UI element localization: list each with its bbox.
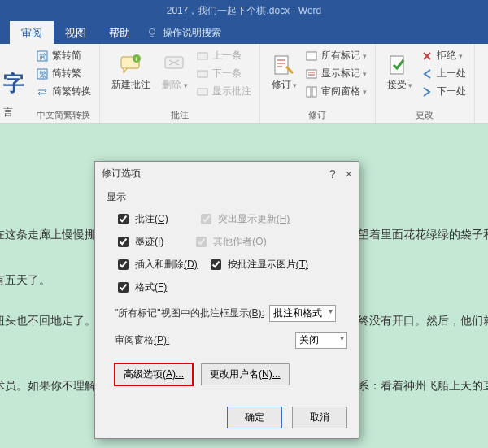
group-label-changes: 更改 bbox=[384, 107, 467, 121]
body-text-4l: 术员。如果你不理解 bbox=[0, 372, 96, 400]
cmd-delete-comment: 删除 bbox=[159, 47, 191, 98]
cmd-track-changes[interactable]: 修订 bbox=[268, 47, 301, 98]
cmd-show-markup[interactable]: 显示标记 bbox=[305, 67, 367, 80]
body-text-1l: 在这条走廊上慢慢挪 bbox=[0, 221, 96, 249]
accept-icon bbox=[387, 54, 412, 76]
label-balloons: "所有标记"视图中的批注框显示(B): bbox=[115, 307, 264, 320]
select-reviewing-pane[interactable]: 关闭 bbox=[295, 332, 347, 349]
checkbox-comments[interactable]: 批注(C) bbox=[115, 211, 168, 227]
group-label-tracking: 修订 bbox=[268, 107, 367, 121]
checkbox-formatting[interactable]: 格式(F) bbox=[115, 280, 167, 295]
dialog-title: 修订选项 bbox=[102, 167, 141, 181]
body-text-2l: 有五天了。 bbox=[0, 267, 50, 294]
cmd-next-comment: 下一条 bbox=[196, 67, 251, 80]
cmd-reviewing-pane[interactable]: 审阅窗格 bbox=[305, 85, 367, 98]
group-tracking: 修订 所有标记 显示标记 审阅窗格 修订 bbox=[260, 44, 376, 123]
cmd-prev-change[interactable]: 上一处 bbox=[420, 67, 466, 80]
group-label-comments: 批注 bbox=[108, 107, 251, 121]
ok-button[interactable]: 确定 bbox=[227, 407, 282, 428]
ribbon: 字 简 繁转简 繁 简转繁 bbox=[0, 44, 488, 124]
tab-help[interactable]: 帮助 bbox=[98, 21, 142, 44]
checkbox-highlight-updates: 突出显示更新(H) bbox=[198, 211, 290, 227]
svg-rect-11 bbox=[198, 89, 207, 95]
cancel-button[interactable]: 取消 bbox=[292, 407, 347, 428]
next-change-icon bbox=[420, 85, 434, 98]
edge-label: 言 bbox=[0, 104, 16, 121]
body-text-3l: 扭头也不回地走了。 bbox=[0, 307, 96, 335]
show-comments-icon bbox=[196, 85, 209, 98]
svg-rect-15 bbox=[307, 87, 311, 97]
group-chinese-conversion: 简 繁转简 繁 简转繁 简繁转换 中文简繁转换 bbox=[28, 44, 100, 123]
cmd-show-comments: 显示批注 bbox=[196, 85, 251, 98]
char-glyph: 字 bbox=[3, 69, 24, 98]
select-balloons[interactable]: 批注和格式 bbox=[269, 305, 336, 322]
cmd-convert[interactable]: 简繁转换 bbox=[36, 85, 91, 98]
svg-text:+: + bbox=[134, 55, 138, 63]
svg-rect-13 bbox=[307, 52, 316, 60]
svg-rect-10 bbox=[198, 71, 207, 77]
group-changes: 接受 拒绝 上一处 下一处 更改 bbox=[376, 44, 476, 123]
delete-comment-icon bbox=[163, 54, 187, 76]
body-text-1r: 芹望着里面花花绿绿的袋子和 bbox=[346, 221, 488, 249]
label-reviewing-pane: 审阅窗格(P): bbox=[115, 333, 169, 347]
tell-me-search[interactable]: 操作说明搜索 bbox=[163, 26, 221, 40]
window-titlebar: 2017，我们一起下个棋.docx - Word bbox=[0, 0, 488, 21]
checkbox-ink[interactable]: 墨迹(I) bbox=[115, 234, 163, 250]
dialog-titlebar[interactable]: 修订选项 ? × bbox=[95, 162, 359, 185]
section-display: 显示 bbox=[107, 190, 347, 204]
svg-point-0 bbox=[150, 28, 155, 34]
cmd-accept[interactable]: 接受 bbox=[384, 47, 416, 98]
cmd-to-traditional[interactable]: 繁 简转繁 bbox=[36, 67, 91, 80]
change-username-button[interactable]: 更改用户名(N)... bbox=[201, 363, 290, 385]
svg-rect-17 bbox=[390, 56, 403, 74]
checkbox-insertions-deletions[interactable]: 插入和删除(D) bbox=[115, 257, 198, 272]
reviewing-pane-icon bbox=[305, 85, 318, 98]
body-text-3r: 最终没有开口。然后，他们就 bbox=[346, 307, 488, 335]
prev-change-icon bbox=[420, 67, 434, 80]
tab-view[interactable]: 视图 bbox=[54, 21, 98, 44]
track-changes-options-dialog: 修订选项 ? × 显示 批注(C) 突出显示更新(H) 墨迹(I) bbox=[94, 161, 359, 439]
cmd-display-for-review[interactable]: 所有标记 bbox=[305, 49, 367, 63]
ribbon-tabstrip: 审阅 视图 帮助 操作说明搜索 bbox=[0, 21, 488, 44]
cmd-to-simplified[interactable]: 简 繁转简 bbox=[36, 49, 91, 63]
tab-review[interactable]: 审阅 bbox=[10, 21, 54, 44]
document-title: 2017，我们一起下个棋.docx - Word bbox=[167, 5, 322, 16]
track-changes-icon bbox=[272, 54, 296, 76]
simplified-icon: 简 bbox=[36, 50, 49, 63]
show-markup-icon bbox=[305, 67, 318, 80]
svg-text:繁: 繁 bbox=[39, 70, 47, 79]
cmd-next-change[interactable]: 下一处 bbox=[420, 85, 466, 98]
svg-rect-9 bbox=[198, 53, 207, 59]
svg-text:简: 简 bbox=[39, 52, 47, 61]
new-comment-icon: + bbox=[119, 54, 143, 76]
help-icon[interactable]: ? bbox=[329, 167, 336, 181]
svg-rect-14 bbox=[307, 70, 316, 78]
group-comments: + 新建批注 删除 上一条 下一条 bbox=[100, 44, 260, 123]
convert-icon bbox=[36, 85, 49, 98]
svg-rect-16 bbox=[312, 87, 316, 97]
lightbulb-icon bbox=[146, 27, 158, 38]
close-icon[interactable]: × bbox=[346, 167, 352, 181]
reject-icon bbox=[420, 50, 434, 63]
markup-dropdown-icon bbox=[305, 50, 318, 63]
next-comment-icon bbox=[196, 67, 209, 80]
cmd-reject[interactable]: 拒绝 bbox=[420, 49, 466, 63]
advanced-options-button[interactable]: 高级选项(A)... bbox=[115, 363, 193, 385]
cmd-new-comment[interactable]: + 新建批注 bbox=[108, 47, 154, 98]
body-text-4r: 关系：看着神州飞船上天的直 bbox=[346, 372, 488, 400]
traditional-icon: 繁 bbox=[36, 67, 49, 80]
svg-rect-12 bbox=[275, 56, 288, 74]
checkbox-other-authors: 其他作者(O) bbox=[193, 234, 266, 250]
prev-comment-icon bbox=[196, 50, 209, 63]
checkbox-pictures-by-comment[interactable]: 按批注显示图片(T) bbox=[207, 257, 308, 272]
cmd-prev-comment: 上一条 bbox=[196, 49, 251, 63]
group-label-lang: 中文简繁转换 bbox=[36, 107, 91, 121]
